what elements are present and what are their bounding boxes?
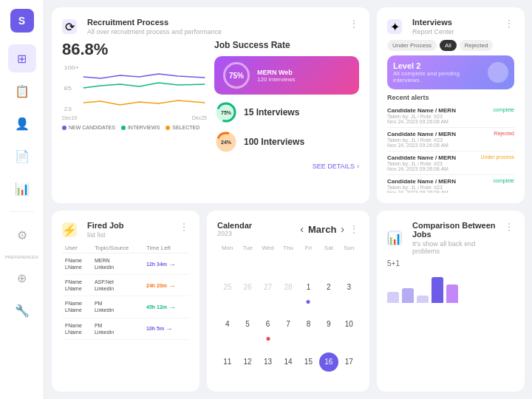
fired-job-subtitle: list list [87, 231, 124, 239]
job-mini-info-1: 15 Interviews [244, 107, 299, 117]
recruitment-subtitle: All over recruitment process and perform… [87, 28, 222, 35]
calendar-day[interactable]: 9 [325, 316, 332, 332]
sidebar-item-dashboard[interactable]: ⊞ [8, 44, 36, 72]
interviews-tabs: Under Process All Rejected [387, 40, 514, 51]
int-level: Level 2 [393, 61, 488, 70]
comparison-menu[interactable]: ⋮ [504, 221, 514, 233]
recruitment-percent: 86.8% [62, 40, 207, 59]
job-mini-info-2: 100 Interviews [244, 137, 304, 147]
calendar-day[interactable]: 11 [222, 353, 233, 370]
calendar-card: Calendar 2023 ‹ March › ⋮ MonTueWedThuFr… [207, 211, 369, 392]
alert-item-0: Candidate Name / MERNcomplete Taken by: … [387, 104, 514, 128]
alert-item-3: Candidate Name / MERNcomplete Taken by: … [387, 175, 514, 193]
see-details-btn[interactable]: SEE DETAILS › [214, 163, 359, 170]
calendar-day[interactable]: 14 [282, 353, 293, 370]
calendar-day[interactable]: 28 [282, 279, 293, 296]
sidebar-item-preferences[interactable]: 🔧 [8, 296, 36, 324]
col-time: Time Left [143, 243, 189, 253]
interviews-title: Interviews [412, 18, 454, 27]
svg-text:100+: 100+ [64, 65, 80, 71]
sidebar-divider [10, 211, 34, 212]
prev-month-btn[interactable]: ‹ [300, 223, 304, 235]
sidebar-item-analytics[interactable]: 📊 [8, 174, 36, 202]
calendar-day[interactable]: 16 [319, 352, 338, 372]
calendar-month: March [308, 224, 336, 235]
fired-job-menu[interactable]: ⋮ [179, 221, 189, 233]
calendar-day[interactable]: 10 [344, 316, 355, 332]
job-bar-name: MERN Web [257, 69, 296, 76]
comparison-title: Comparison Between Jobs [412, 221, 504, 239]
interviews-menu[interactable]: ⋮ [504, 18, 514, 30]
calendar-menu[interactable]: ⋮ [349, 223, 359, 235]
bottom-row: ⚡ Fired Job list list ⋮ User Topic/Sourc… [52, 211, 525, 392]
recruitment-chart: 100+ 85 23 [62, 62, 207, 114]
table-row: FNameLName PMLinkedin 45h 12m → [62, 296, 189, 318]
sidebar-logo: S [10, 9, 34, 33]
legend-selected: SELECTED [166, 125, 200, 130]
recruitment-menu[interactable]: ⋮ [349, 18, 359, 30]
recruitment-card: ⟳ Recruitment Process All over recruitme… [52, 7, 369, 203]
tab-rejected[interactable]: Rejected [460, 40, 494, 51]
job-success: Job Success Rate 75% MERN Web 120 Interv… [214, 40, 359, 193]
preferences-label: PREFERENCES [5, 255, 38, 259]
calendar-day[interactable]: 7 [284, 316, 292, 332]
calendar-day-header: Wed [258, 242, 278, 268]
calendar-day[interactable]: 17 [344, 353, 355, 370]
interviews-icon: ✦ [387, 19, 402, 34]
calendar-day[interactable]: 5 [244, 316, 251, 332]
recruitment-header: ⟳ Recruitment Process All over recruitme… [62, 18, 359, 35]
comparison-bars [387, 273, 514, 303]
col-topic: Topic/Source [92, 243, 143, 253]
sidebar: S ⊞ 📋 👤 📄 📊 ⚙ PREFERENCES ⊕ 🔧 [0, 0, 44, 399]
recruitment-title: Recruitment Process [87, 18, 222, 27]
legend-candidates: NEW CANDIDATES [62, 125, 115, 130]
job-bar-percent: 75% [223, 62, 250, 89]
fired-job-card: ⚡ Fired Job list list ⋮ User Topic/Sourc… [52, 211, 200, 392]
calendar-header: Calendar 2023 ‹ March › ⋮ [217, 221, 359, 237]
chart-legend: NEW CANDIDATES INTERVIEWS SELECTED [62, 125, 207, 130]
interviews-header: ✦ Interviews Report Center ⋮ [387, 18, 514, 35]
calendar-day[interactable]: 2 [325, 279, 332, 296]
tab-under-process[interactable]: Under Process [387, 40, 437, 51]
calendar-day[interactable]: 27 [262, 279, 273, 296]
calendar-day[interactable]: 4 [224, 316, 231, 332]
fired-job-table: User Topic/Source Time Left FNameLName M… [62, 243, 189, 342]
tab-all[interactable]: All [440, 40, 457, 51]
calendar-day[interactable]: 25 [222, 279, 233, 296]
calendar-day[interactable]: 26 [242, 279, 253, 296]
job-mini-row-1: 75% 15 Interviews [214, 100, 359, 124]
calendar-day[interactable]: 12 [242, 353, 253, 370]
calendar-day-header: Sat [318, 242, 338, 268]
alert-item-2: Candidate Name / MERNUnder process Taken… [387, 151, 514, 175]
next-month-btn[interactable]: › [341, 223, 344, 235]
calendar-day[interactable]: 15 [303, 353, 314, 370]
legend-interviews: INTERVIEWS [121, 125, 160, 130]
calendar-day[interactable]: 8 [305, 316, 313, 332]
calendar-day-header: Fri [299, 242, 318, 268]
top-row: ⟳ Recruitment Process All over recruitme… [52, 7, 525, 203]
calendar-day[interactable]: 1 [305, 279, 313, 296]
sidebar-item-docs[interactable]: 📄 [8, 142, 36, 170]
table-row: FNameLName ASP.NetLinkedin 24h 20m → [62, 275, 189, 296]
recruitment-icon: ⟳ [62, 19, 77, 34]
sidebar-item-add[interactable]: ⊕ [8, 264, 36, 292]
alert-item-1: Candidate Name / MERNRejected Taken by: … [387, 128, 514, 151]
job-bar-top: 75% MERN Web 120 Interviews [214, 56, 359, 95]
calendar-day-header: Tue [237, 242, 257, 268]
sidebar-item-users[interactable]: 👤 [8, 109, 36, 137]
interviews-card: ✦ Interviews Report Center ⋮ Under Proce… [377, 7, 525, 203]
calendar-day-header: Thu [278, 242, 298, 268]
calendar-year: 2023 [217, 230, 252, 237]
calendar-day[interactable]: 13 [262, 353, 273, 370]
job-success-title: Job Success Rate [214, 40, 359, 50]
fired-job-header: ⚡ Fired Job list list ⋮ [62, 221, 189, 239]
calendar-day[interactable]: 6 [265, 316, 272, 332]
calendar-day-header: Sun [339, 242, 359, 268]
calendar-day[interactable]: 3 [346, 279, 353, 296]
chart-labels: Dec19 Dec25 [62, 115, 207, 120]
svg-text:23: 23 [64, 106, 72, 112]
job-mini-row-2: 24% 100 Interviews [214, 130, 359, 154]
comparison-card: 📊 Comparison Between Jobs It's show all … [377, 211, 525, 392]
sidebar-item-settings[interactable]: ⚙ [8, 221, 36, 249]
sidebar-item-calendar[interactable]: 📋 [8, 77, 36, 105]
